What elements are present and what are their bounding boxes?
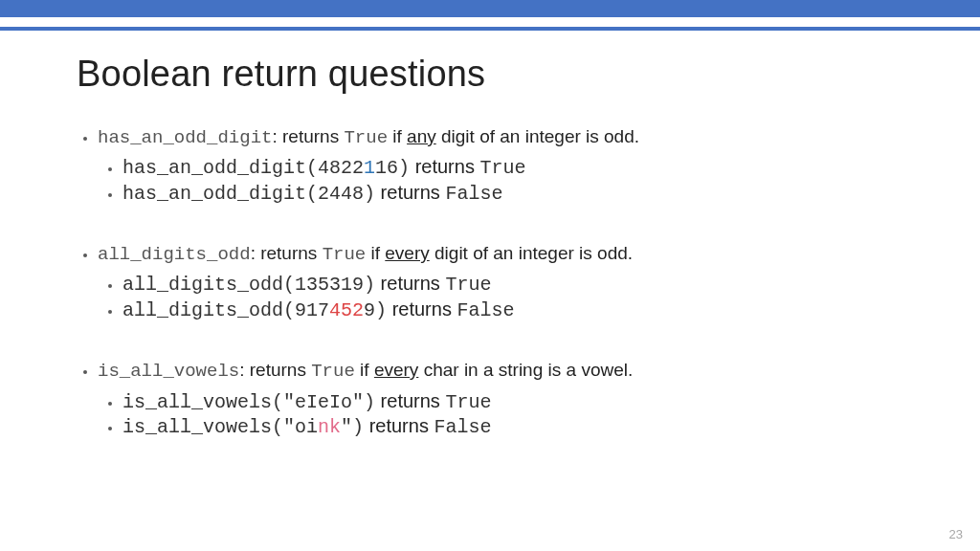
code-true: True [323, 244, 367, 265]
desc-text: : returns [251, 243, 323, 263]
desc-text: if [366, 243, 385, 263]
desc-text: if [355, 360, 374, 380]
desc-text: char in a string is a vowel. [418, 360, 633, 380]
example-call-tail: 16) [375, 157, 410, 179]
example-call: is_all_vowels("oi [122, 416, 318, 438]
example-item: is_all_vowels("eIeIo") returns True [122, 389, 923, 414]
function-name: has_an_odd_digit [98, 127, 272, 148]
example-call-tail: 9) [364, 299, 387, 321]
returns-word: returns [375, 273, 445, 294]
item-heading: all_digits_odd: returns True if every di… [98, 242, 923, 266]
returns-word: returns [364, 415, 434, 436]
example-list: has_an_odd_digit(4822116) returns Trueha… [98, 155, 923, 206]
desc-text: digit of an integer is odd. [436, 126, 639, 146]
example-list: is_all_vowels("eIeIo") returns Trueis_al… [98, 389, 923, 440]
desc-text: : returns [239, 360, 311, 380]
slide-content: Boolean return questions has_an_odd_digi… [77, 40, 923, 475]
quantifier-word: every [385, 243, 429, 263]
example-call: all_digits_odd(917 [122, 299, 329, 321]
example-call: is_all_vowels("eIeIo") [122, 391, 375, 413]
list-item: all_digits_odd: returns True if every di… [98, 242, 923, 322]
returns-word: returns [375, 182, 445, 203]
example-list: all_digits_odd(135319) returns Trueall_d… [98, 272, 923, 322]
item-heading: has_an_odd_digit: returns True if any di… [98, 125, 923, 149]
header-bar-thick [0, 0, 980, 17]
desc-text: if [388, 126, 407, 146]
example-item: all_digits_odd(135319) returns True [122, 272, 923, 297]
page-number: 23 [949, 527, 963, 541]
quantifier-word: every [374, 360, 418, 380]
example-call: has_an_odd_digit(2448) [122, 183, 375, 205]
desc-text: : returns [272, 126, 344, 146]
highlighted-chars: 1 [364, 157, 375, 179]
return-value: False [457, 299, 514, 321]
list-item: has_an_odd_digit: returns True if any di… [98, 125, 923, 206]
item-heading: is_all_vowels: returns True if every cha… [98, 359, 923, 383]
function-name: all_digits_odd [98, 244, 251, 265]
code-true: True [311, 361, 355, 382]
code-true: True [344, 127, 388, 148]
list-item: is_all_vowels: returns True if every cha… [98, 359, 923, 439]
bullet-list: has_an_odd_digit: returns True if any di… [77, 125, 923, 439]
return-value: True [445, 274, 491, 296]
return-value: True [479, 157, 525, 179]
highlighted-chars: 452 [329, 299, 364, 321]
desc-text: digit of an integer is odd. [430, 243, 633, 263]
example-call-tail: ") [341, 416, 364, 438]
function-name: is_all_vowels [98, 361, 239, 382]
return-value: True [445, 391, 491, 413]
example-call: has_an_odd_digit(4822 [122, 157, 364, 179]
quantifier-word: any [407, 126, 436, 146]
example-item: has_an_odd_digit(4822116) returns True [122, 155, 923, 180]
return-value: False [445, 183, 502, 205]
returns-word: returns [410, 156, 479, 177]
example-item: all_digits_odd(9174529) returns False [122, 298, 923, 322]
return-value: False [434, 416, 491, 438]
returns-word: returns [375, 390, 445, 411]
returns-word: returns [387, 298, 457, 320]
slide-title: Boolean return questions [77, 54, 923, 95]
highlighted-chars: nk [318, 416, 341, 438]
header-bar-thin [0, 27, 980, 31]
example-item: has_an_odd_digit(2448) returns False [122, 181, 923, 206]
example-call: all_digits_odd(135319) [122, 274, 375, 296]
example-item: is_all_vowels("oink") returns False [122, 414, 923, 439]
